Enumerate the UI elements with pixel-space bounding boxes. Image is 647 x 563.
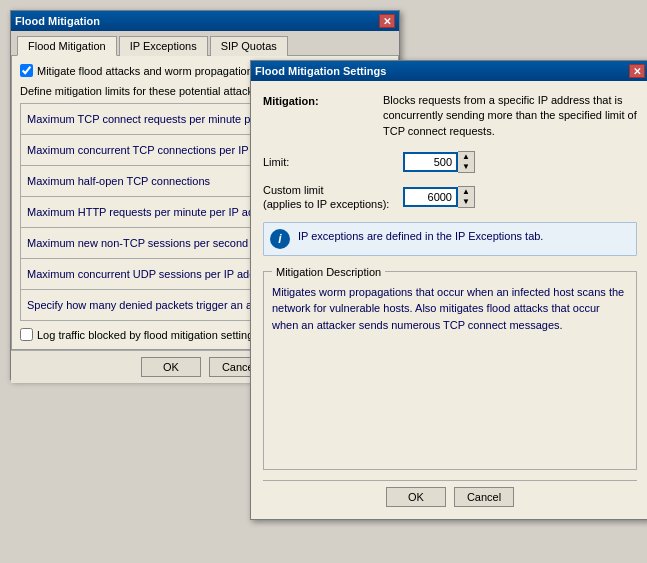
description-legend: Mitigation Description (272, 266, 385, 278)
tab-ip-exceptions[interactable]: IP Exceptions (119, 36, 208, 56)
log-checkbox[interactable] (20, 328, 33, 341)
info-text: IP exceptions are defined in the IP Exce… (298, 229, 543, 244)
custom-limit-down-button[interactable]: ▼ (458, 197, 474, 207)
tab-bar: Flood Mitigation IP Exceptions SIP Quota… (11, 31, 399, 56)
settings-ok-button[interactable]: OK (386, 487, 446, 507)
custom-limit-spinner-buttons: ▲ ▼ (458, 186, 475, 208)
limit-label: Limit: (263, 156, 403, 168)
limit-spinner: 500 ▲ ▼ (403, 151, 475, 173)
log-label: Log traffic blocked by flood mitigation … (37, 329, 259, 341)
custom-limit-row: Custom limit (applies to IP exceptions):… (263, 183, 637, 212)
mitigation-label: Mitigation: (263, 93, 383, 107)
info-row: i IP exceptions are defined in the IP Ex… (263, 222, 637, 256)
description-text: Mitigates worm propagations that occur w… (272, 284, 628, 334)
settings-window: Flood Mitigation Settings ✕ Mitigation: … (250, 60, 647, 520)
mitigation-row: Mitigation: Blocks requests from a speci… (263, 93, 637, 139)
limit-row: Limit: 500 ▲ ▼ (263, 151, 637, 173)
limit-input[interactable]: 500 (403, 152, 458, 172)
info-icon: i (270, 229, 290, 249)
tab-flood-mitigation[interactable]: Flood Mitigation (17, 36, 117, 56)
custom-limit-label: Custom limit (applies to IP exceptions): (263, 183, 403, 212)
settings-footer: OK Cancel (263, 480, 637, 507)
mitigate-checkbox[interactable] (20, 64, 33, 77)
custom-limit-spinner: 6000 ▲ ▼ (403, 186, 475, 208)
main-ok-button[interactable]: OK (141, 357, 201, 377)
limit-up-button[interactable]: ▲ (458, 152, 474, 162)
custom-limit-input[interactable]: 6000 (403, 187, 458, 207)
custom-limit-up-button[interactable]: ▲ (458, 187, 474, 197)
main-window-title: Flood Mitigation (15, 15, 100, 27)
main-title-bar[interactable]: Flood Mitigation ✕ (11, 11, 399, 31)
limit-down-button[interactable]: ▼ (458, 162, 474, 172)
settings-window-title: Flood Mitigation Settings (255, 65, 386, 77)
settings-close-button[interactable]: ✕ (629, 64, 645, 78)
settings-cancel-button[interactable]: Cancel (454, 487, 514, 507)
main-close-button[interactable]: ✕ (379, 14, 395, 28)
limit-spinner-buttons: ▲ ▼ (458, 151, 475, 173)
mitigate-label: Mitigate flood attacks and worm propagat… (37, 65, 253, 77)
settings-title-bar[interactable]: Flood Mitigation Settings ✕ (251, 61, 647, 81)
tab-sip-quotas[interactable]: SIP Quotas (210, 36, 288, 56)
description-fieldset: Mitigation Description Mitigates worm pr… (263, 266, 637, 470)
mitigation-value: Blocks requests from a specific IP addre… (383, 93, 637, 139)
